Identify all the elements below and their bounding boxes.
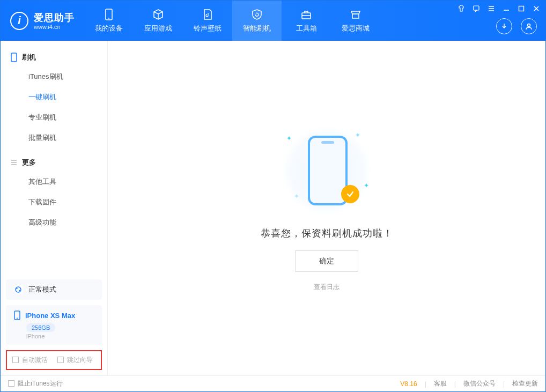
nav-my-device[interactable]: 我的设备 bbox=[84, 1, 134, 41]
nav-label: 爱思商城 bbox=[342, 24, 370, 33]
svg-point-12 bbox=[17, 318, 18, 319]
header-actions bbox=[496, 18, 537, 34]
sidebar-item-advanced[interactable]: 高级功能 bbox=[1, 212, 107, 233]
status-bar: 阻止iTunes运行 V8.16 | 客服 | 微信公众号 | 检查更新 bbox=[1, 375, 545, 391]
view-log-link[interactable]: 查看日志 bbox=[314, 283, 340, 292]
svg-point-1 bbox=[108, 18, 109, 19]
cube-icon bbox=[152, 9, 164, 20]
ok-button[interactable]: 确定 bbox=[295, 250, 358, 272]
app-url: www.i4.cn bbox=[34, 24, 75, 30]
download-button[interactable] bbox=[496, 18, 512, 34]
sidebar-item-batch-flash[interactable]: 批量刷机 bbox=[1, 128, 107, 148]
toolbox-icon bbox=[300, 9, 312, 20]
maximize-button[interactable] bbox=[517, 4, 526, 13]
mode-label: 正常模式 bbox=[28, 285, 56, 294]
device-icon bbox=[103, 9, 115, 20]
logo: i 爱思助手 www.i4.cn bbox=[1, 1, 84, 41]
main-content: ✦ ✦ ✦ ✦ 恭喜您，保资料刷机成功啦！ 确定 查看日志 bbox=[108, 41, 545, 375]
svg-rect-5 bbox=[519, 6, 524, 11]
sidebar-group-label: 刷机 bbox=[22, 53, 36, 62]
success-illustration: ✦ ✦ ✦ ✦ bbox=[281, 125, 372, 216]
logo-mark-icon: i bbox=[10, 12, 28, 30]
skin-icon[interactable] bbox=[456, 4, 466, 13]
minimize-button[interactable] bbox=[501, 4, 511, 13]
sparkle-icon: ✦ bbox=[294, 193, 299, 200]
check-badge-icon bbox=[341, 185, 359, 203]
menu-icon[interactable] bbox=[486, 4, 496, 13]
auto-activate-checkbox[interactable]: 自动激活 bbox=[12, 356, 48, 365]
svg-rect-3 bbox=[352, 14, 359, 18]
checkbox-icon bbox=[57, 357, 64, 363]
block-itunes-label: 阻止iTunes运行 bbox=[18, 380, 63, 387]
mode-card: 正常模式 bbox=[6, 279, 102, 300]
sidebar-item-pro-flash[interactable]: 专业刷机 bbox=[1, 107, 107, 128]
nav-smart-flash[interactable]: 智能刷机 bbox=[232, 1, 282, 41]
device-type: iPhone bbox=[26, 333, 94, 339]
support-link[interactable]: 客服 bbox=[434, 379, 447, 388]
device-capacity-badge: 256GB bbox=[26, 323, 55, 332]
skip-guide-label: 跳过向导 bbox=[67, 356, 93, 364]
nav-label: 应用游戏 bbox=[144, 24, 172, 33]
svg-rect-7 bbox=[11, 53, 17, 62]
sparkle-icon: ✦ bbox=[355, 131, 360, 139]
sidebar-group-flash: 刷机 bbox=[1, 48, 107, 66]
checkbox-icon bbox=[12, 357, 19, 363]
title-bar: i 爱思助手 www.i4.cn 我的设备 应用游戏 铃声壁纸 bbox=[1, 1, 545, 41]
shield-refresh-icon bbox=[251, 9, 263, 20]
sidebar-item-download-firmware[interactable]: 下载固件 bbox=[1, 192, 107, 212]
sidebar-group-label: 更多 bbox=[22, 158, 36, 167]
flash-options-highlighted: 自动激活 跳过向导 bbox=[6, 350, 102, 370]
device-card[interactable]: iPhone XS Max 256GB iPhone bbox=[6, 305, 102, 345]
sidebar: 刷机 iTunes刷机 一键刷机 专业刷机 批量刷机 更多 其他工具 下载固件 … bbox=[1, 41, 108, 375]
sidebar-item-itunes-flash[interactable]: iTunes刷机 bbox=[1, 66, 107, 87]
sidebar-group-more: 更多 bbox=[1, 153, 107, 172]
success-message: 恭喜您，保资料刷机成功啦！ bbox=[261, 227, 393, 240]
sidebar-item-other-tools[interactable]: 其他工具 bbox=[1, 172, 107, 192]
skip-guide-checkbox[interactable]: 跳过向导 bbox=[57, 356, 93, 365]
nav-store[interactable]: 爱思商城 bbox=[331, 1, 380, 41]
svg-point-10 bbox=[19, 290, 20, 291]
nav-label: 智能刷机 bbox=[243, 24, 271, 33]
check-update-link[interactable]: 检查更新 bbox=[512, 379, 538, 388]
svg-point-9 bbox=[16, 288, 17, 289]
nav-label: 我的设备 bbox=[95, 24, 123, 33]
svg-point-6 bbox=[528, 24, 530, 27]
nav-label: 铃声壁纸 bbox=[194, 24, 222, 33]
svg-rect-4 bbox=[474, 6, 479, 10]
close-button[interactable] bbox=[532, 4, 541, 13]
list-icon bbox=[10, 159, 18, 166]
nav-toolbox[interactable]: 工具箱 bbox=[282, 1, 331, 41]
block-itunes-checkbox[interactable]: 阻止iTunes运行 bbox=[8, 379, 63, 388]
version-label: V8.16 bbox=[400, 380, 417, 388]
auto-activate-label: 自动激活 bbox=[22, 356, 48, 364]
store-icon bbox=[350, 9, 361, 20]
window-controls bbox=[456, 4, 541, 13]
svg-point-8 bbox=[16, 287, 21, 292]
nav-label: 工具箱 bbox=[296, 24, 317, 33]
phone-icon bbox=[10, 53, 18, 62]
app-name: 爱思助手 bbox=[34, 11, 75, 24]
user-button[interactable] bbox=[521, 18, 537, 34]
music-file-icon bbox=[202, 9, 213, 20]
sidebar-item-oneclick-flash[interactable]: 一键刷机 bbox=[1, 87, 107, 107]
checkbox-icon bbox=[8, 380, 14, 387]
feedback-icon[interactable] bbox=[471, 4, 481, 13]
nav-ringtones[interactable]: 铃声壁纸 bbox=[183, 1, 232, 41]
main-nav: 我的设备 应用游戏 铃声壁纸 智能刷机 工具箱 bbox=[84, 1, 380, 41]
nav-apps-games[interactable]: 应用游戏 bbox=[134, 1, 183, 41]
wechat-link[interactable]: 微信公众号 bbox=[463, 379, 496, 388]
sparkle-icon: ✦ bbox=[364, 182, 369, 189]
device-phone-icon bbox=[13, 310, 21, 320]
mode-status-icon bbox=[13, 285, 23, 294]
sparkle-icon: ✦ bbox=[286, 135, 292, 142]
device-name: iPhone XS Max bbox=[25, 312, 75, 320]
